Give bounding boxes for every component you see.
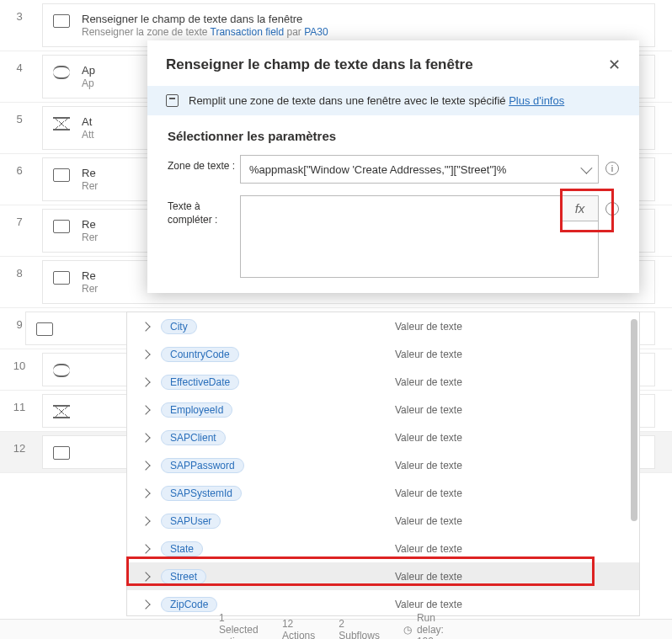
chevron-right-icon — [141, 488, 150, 498]
variable-type: Valeur de texte — [395, 349, 614, 360]
loop-icon — [53, 364, 70, 377]
chevron-right-icon — [141, 377, 150, 386]
variable-item-city[interactable]: CityValeur de texte — [127, 312, 639, 340]
variable-type: Valeur de texte — [395, 376, 614, 388]
variable-item-state[interactable]: StateValeur de texte — [127, 535, 639, 562]
text-to-fill-input[interactable]: fx — [240, 195, 599, 278]
status-delay: ◷ Run delay: 100 ms — [403, 612, 453, 640]
chevron-right-icon — [141, 322, 150, 331]
variable-pill: SAPPassword — [161, 458, 244, 473]
variable-pill: City — [161, 319, 197, 334]
variable-type: Valeur de texte — [395, 515, 614, 527]
variable-type: Valeur de texte — [395, 571, 614, 583]
info-bar: Remplit une zone de texte dans une fenêt… — [147, 86, 639, 115]
status-subflows: 2 Subflows — [339, 618, 380, 640]
status-bar: 1 Selected action 12 Actions 2 Subflows … — [0, 619, 672, 639]
variable-item-zipcode[interactable]: ZipCodeValeur de texte — [127, 590, 639, 615]
chevron-right-icon — [141, 544, 150, 553]
variable-type: Valeur de texte — [395, 404, 614, 416]
variable-picker: CityValeur de texteCountryCodeValeur de … — [126, 312, 640, 616]
variable-item-sapuser[interactable]: SAPUserValeur de texte — [127, 507, 639, 535]
row-number: 5 — [0, 103, 39, 125]
variable-type: Valeur de texte — [395, 599, 614, 610]
textbox-icon — [36, 322, 53, 336]
more-info-link[interactable]: Plus d'infos — [509, 94, 564, 107]
textbox-selector[interactable]: %appmask["Window 'Create Addresses,'"]["… — [240, 155, 599, 184]
param-text-label: Texte à compléter : — [168, 195, 240, 226]
variable-pill: SAPUser — [161, 514, 221, 529]
variable-type: Valeur de texte — [395, 543, 614, 555]
action-title: Renseigner le champ de texte dans la fen… — [82, 13, 328, 25]
chevron-right-icon — [141, 405, 150, 414]
info-icon — [166, 94, 179, 107]
textbox-icon — [53, 220, 70, 233]
close-button[interactable]: ✕ — [608, 56, 621, 74]
variable-type: Valeur de texte — [395, 321, 614, 333]
dialog-title: Renseigner le champ de texte dans la fen… — [166, 56, 473, 73]
variable-item-sapclient[interactable]: SAPClientValeur de texte — [127, 423, 639, 451]
textbox-icon — [53, 14, 70, 28]
variable-pill: Street — [161, 569, 206, 584]
params-heading: Sélectionner les paramètres — [168, 129, 619, 143]
textbox-icon — [53, 446, 70, 460]
variable-type: Valeur de texte — [395, 460, 614, 471]
action-subtitle: Renseigner la zone de texte Transaction … — [82, 26, 328, 38]
status-actions: 12 Actions — [282, 618, 315, 640]
textbox-selector-value: %appmask["Window 'Create Addresses,'"]["… — [249, 163, 506, 176]
chevron-right-icon — [141, 433, 150, 442]
variable-item-employeeid[interactable]: EmployeeIdValeur de texte — [127, 396, 639, 423]
hourglass-icon — [53, 117, 70, 130]
fx-button[interactable]: fx — [561, 196, 598, 221]
loop-icon — [53, 66, 70, 79]
chevron-right-icon — [141, 599, 150, 609]
variable-item-countrycode[interactable]: CountryCodeValeur de texte — [127, 340, 639, 368]
textbox-icon — [53, 271, 70, 285]
chevron-right-icon — [141, 516, 150, 525]
variable-pill: CountryCode — [161, 347, 239, 362]
textbox-icon — [53, 168, 70, 182]
variable-pill: EffectiveDate — [161, 375, 239, 390]
row-number: 3 — [0, 0, 39, 23]
chevron-down-icon — [580, 162, 592, 174]
variable-item-effectivedate[interactable]: EffectiveDateValeur de texte — [127, 368, 639, 396]
variable-pill: SAPSystemId — [161, 486, 242, 501]
variable-pill: SAPClient — [161, 430, 226, 445]
chevron-right-icon — [141, 572, 150, 581]
param-zone-label: Zone de texte : — [168, 155, 240, 173]
variable-pill: ZipCode — [161, 597, 217, 612]
help-icon[interactable]: i — [605, 162, 619, 175]
variable-pill: State — [161, 541, 203, 556]
variable-pill: EmployeeId — [161, 402, 232, 418]
variable-item-sappassword[interactable]: SAPPasswordValeur de texte — [127, 451, 639, 479]
chevron-right-icon — [141, 349, 150, 359]
chevron-right-icon — [141, 461, 150, 470]
action-dialog: Renseigner le champ de texte dans la fen… — [147, 40, 639, 293]
hourglass-icon — [53, 405, 70, 418]
variable-type: Valeur de texte — [395, 432, 614, 444]
variable-item-street[interactable]: StreetValeur de texte — [127, 562, 639, 590]
row-number: 4 — [0, 51, 39, 74]
scrollbar[interactable] — [631, 319, 637, 548]
variable-item-sapsystemid[interactable]: SAPSystemIdValeur de texte — [127, 479, 639, 507]
variable-type: Valeur de texte — [395, 487, 614, 499]
help-icon[interactable]: i — [605, 202, 619, 216]
status-selected: 1 Selected action — [219, 612, 259, 640]
